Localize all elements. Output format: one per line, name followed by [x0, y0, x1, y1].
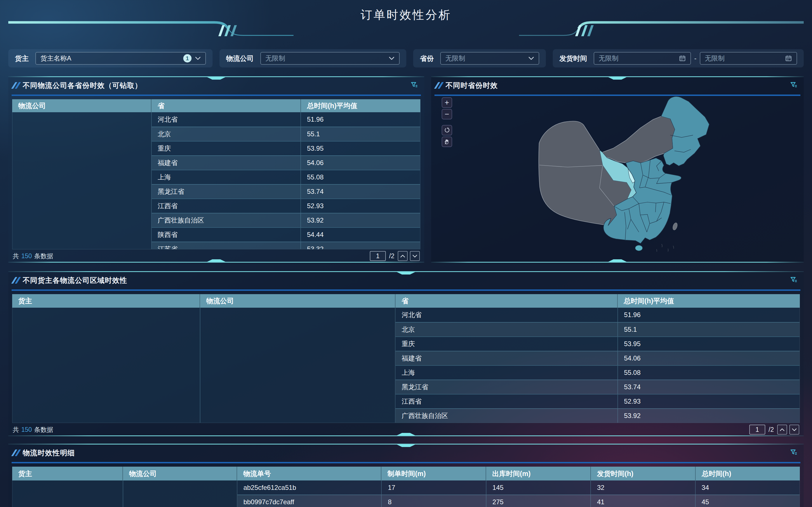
table-row[interactable]: 广西壮族自治区53.92 [152, 213, 420, 227]
table-row[interactable]: 上海55.08 [396, 365, 800, 380]
table-cell: 上海 [396, 366, 618, 380]
table-row[interactable]: 江苏省53.32 [152, 242, 420, 249]
table-cell: 陕西省 [152, 228, 300, 242]
map-reset-button[interactable] [442, 125, 452, 135]
table-row[interactable]: 广西壮族自治区53.92 [396, 408, 800, 423]
page-total: /2 [769, 426, 774, 434]
table-cell: 275 [486, 495, 590, 507]
table-rows: 河北省51.96北京55.1重庆53.95福建省54.06上海55.08黑龙江省… [151, 112, 420, 249]
panel-top-edge [8, 76, 424, 77]
pagination: 1 /2 [749, 425, 799, 435]
ship-time-end-input[interactable]: 无限制 [700, 52, 797, 65]
table-row[interactable]: 黑龙江省53.74 [396, 380, 800, 394]
table-row[interactable]: 北京55.1 [396, 322, 800, 336]
table-row[interactable]: 河北省51.96 [152, 112, 420, 127]
total-count: 共 150 条数据 [13, 252, 53, 261]
map-pan-toggle-button[interactable] [442, 136, 452, 147]
table-cell: 上海 [152, 170, 300, 184]
table-cell: 53.74 [300, 185, 420, 199]
table-row[interactable]: 北京55.1 [152, 127, 420, 141]
column-header: 物流公司 [199, 294, 395, 308]
filter-funnel-icon[interactable] [789, 276, 799, 285]
calendar-icon [679, 55, 686, 62]
table-row[interactable]: 江西省52.93 [152, 199, 420, 213]
map-region-taiwan [672, 222, 678, 231]
table-cell: 江西省 [396, 394, 618, 408]
table-cell: 河北省 [396, 308, 618, 322]
page-up-button[interactable] [777, 425, 787, 435]
column-header: 出库时间(m) [485, 467, 590, 481]
province-select-placeholder: 无限制 [445, 54, 465, 63]
panel-top-edge [431, 76, 804, 77]
column-header: 物流单号 [237, 467, 381, 481]
filter-funnel-icon[interactable] [789, 448, 799, 457]
title-slash-icon [13, 277, 19, 284]
map-zoom-out-button[interactable]: − [442, 109, 452, 119]
table-row[interactable]: 重庆53.95 [152, 141, 420, 155]
title-slash-icon [13, 82, 19, 89]
filter-funnel-icon[interactable] [410, 81, 419, 90]
table-row[interactable]: 河北省51.96 [396, 308, 800, 322]
table-row[interactable]: 福建省54.06 [396, 351, 800, 365]
total-value: 150 [21, 252, 32, 260]
page-down-button[interactable] [410, 251, 420, 261]
table-cell: 54.06 [300, 156, 420, 170]
column-header: 总时间(h) [695, 467, 800, 481]
map-zoom-in-button[interactable]: + [442, 97, 452, 108]
table-cell: 17 [381, 481, 485, 495]
panel-title: 不同物流公司各省份时效（可钻取） [23, 81, 410, 91]
page-input[interactable]: 1 [370, 251, 386, 261]
province-select[interactable]: 无限制 [440, 52, 539, 65]
logistics-select[interactable]: 无限制 [260, 52, 400, 65]
table-cell: 53.92 [618, 409, 800, 423]
logistics-select-placeholder: 无限制 [265, 54, 285, 63]
table-cell: 55.08 [300, 170, 420, 184]
filter-group-owner: 货主 货主名称A 1 [8, 49, 213, 67]
owner-select[interactable]: 货主名称A 1 [36, 52, 206, 65]
column-header: 总时间(h)平均值 [300, 99, 420, 112]
title-slash-icon [436, 82, 442, 89]
ship-time-start-input[interactable]: 无限制 [594, 52, 691, 65]
map-region-hainan [635, 245, 643, 251]
total-suffix: 条数据 [34, 426, 53, 434]
table-cell: 52.93 [618, 394, 800, 408]
table-row[interactable]: 黑龙江省53.74 [152, 184, 420, 199]
page-up-button[interactable] [398, 251, 408, 261]
owner-count-badge: 1 [183, 54, 191, 62]
chevron-up-icon [779, 428, 785, 432]
total-value: 150 [21, 426, 32, 434]
table-cell: ab25cfe612ca51b [237, 481, 382, 495]
table-row[interactable]: 福建省54.06 [152, 155, 420, 170]
filter-funnel-icon[interactable] [789, 81, 799, 90]
table-row[interactable]: 上海55.08 [152, 170, 420, 184]
ship-time-filter-label: 发货时间 [560, 54, 587, 63]
table-cell: 53.92 [300, 213, 420, 227]
table-cell: 41 [590, 495, 695, 507]
province-table: 物流公司 省 总时间(h)平均值 河北省51.96北京55.1重庆53.95福建… [12, 99, 420, 249]
chevron-down-icon [792, 428, 797, 432]
table-cell: 北京 [396, 323, 618, 336]
table-cell: 51.96 [300, 112, 420, 127]
ship-time-start-placeholder: 无限制 [599, 54, 619, 63]
page-input[interactable]: 1 [749, 425, 765, 435]
table-cell: bb0997c7dc7eaff [237, 495, 382, 507]
table-row[interactable]: 江西省52.93 [396, 394, 800, 408]
table-row[interactable]: 陕西省54.44 [152, 227, 420, 242]
panel-title: 物流时效性明细 [23, 448, 789, 458]
panel-top-edge [8, 271, 804, 272]
chevron-down-icon [195, 56, 201, 60]
page-down-button[interactable] [789, 425, 799, 435]
column-header: 发货时间(h) [590, 467, 695, 481]
detail-table: 货主 物流公司 物流单号 制单时间(m) 出库时间(m) 发货时间(h) 总时间… [12, 467, 800, 507]
table-cell: 53.32 [300, 242, 420, 249]
province-filter-label: 省份 [420, 54, 433, 63]
filter-group-logistics: 物流公司 无限制 [220, 49, 406, 67]
table-cell: 江西省 [152, 199, 300, 213]
table-cell: 福建省 [396, 351, 618, 365]
china-choropleth-map[interactable] [533, 92, 716, 253]
filter-group-province: 省份 无限制 [413, 49, 546, 67]
chevron-down-icon [528, 56, 534, 60]
owner-select-value: 货主名称A [40, 54, 71, 63]
table-row[interactable]: 重庆53.95 [396, 336, 800, 351]
filter-bar: 货主 货主名称A 1 物流公司 无限制 省份 无限制 [8, 49, 804, 67]
